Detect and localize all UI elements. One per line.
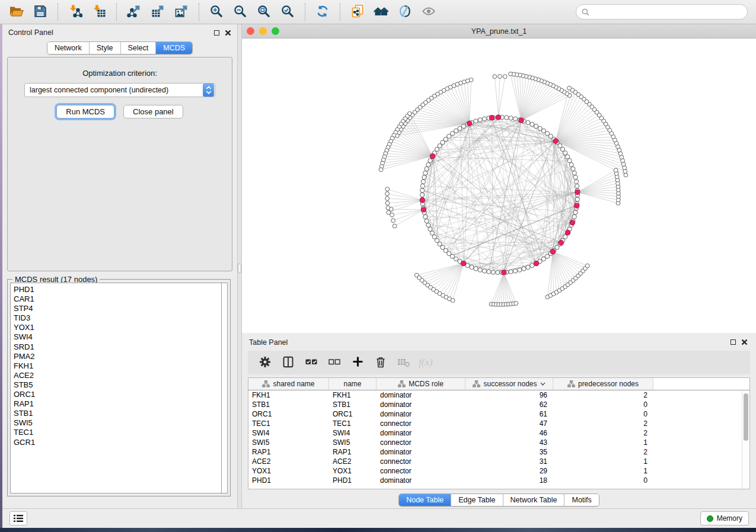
mcds-node-item[interactable]: GCR1 (14, 438, 221, 447)
table-cell[interactable]: PHD1 (329, 476, 377, 485)
table-row[interactable]: YOX1YOX1connector291 (248, 466, 749, 476)
toggle-graphics-details-button[interactable] (394, 2, 416, 21)
table-cell[interactable]: 0 (553, 409, 653, 419)
table-cell[interactable]: RAP1 (248, 447, 329, 457)
network-overview-button[interactable] (371, 2, 392, 21)
table-cell[interactable]: TEC1 (248, 419, 329, 428)
table-row[interactable]: SWI5SWI5connector431 (248, 438, 749, 447)
float-panel-icon[interactable] (214, 30, 219, 36)
column-header-predecessor-nodes[interactable]: predecessor nodes (553, 378, 653, 390)
table-cell[interactable]: 2 (553, 428, 653, 438)
table-row[interactable]: STB1STB1dominator620 (248, 400, 749, 409)
mcds-node-item[interactable]: PHD1 (14, 285, 221, 294)
table-cell[interactable]: FKH1 (248, 390, 329, 400)
float-table-panel-icon[interactable] (731, 339, 736, 345)
table-row[interactable]: ORC1ORC1dominator610 (248, 409, 749, 419)
close-panel-button[interactable]: Close panel (123, 105, 183, 118)
splitter-handle[interactable] (238, 264, 241, 273)
table-cell[interactable]: SWI4 (329, 428, 377, 438)
memory-button[interactable]: Memory (700, 511, 749, 525)
table-cell[interactable]: 96 (465, 390, 553, 400)
mcds-node-item[interactable]: PMA2 (14, 352, 221, 361)
mcds-node-item[interactable]: FKH1 (14, 361, 221, 371)
table-scrollbar-thumb[interactable] (744, 393, 748, 441)
mcds-node-item[interactable]: SWI4 (14, 332, 221, 342)
run-mcds-button[interactable]: Run MCDS (56, 105, 114, 118)
table-cell[interactable]: 62 (465, 400, 553, 409)
table-row[interactable]: FKH1FKH1dominator962 (248, 390, 749, 400)
show-columns-button[interactable] (279, 354, 297, 371)
mcds-node-item[interactable]: TID3 (14, 313, 221, 323)
mcds-node-item[interactable]: SRD1 (14, 342, 221, 352)
tab-select[interactable]: Select (121, 42, 157, 54)
window-close-button[interactable] (247, 27, 254, 35)
zoom-out-button[interactable] (229, 2, 251, 21)
table-cell[interactable]: 1 (553, 438, 653, 447)
table-row[interactable]: TEC1TEC1connector472 (248, 419, 749, 428)
export-network-button[interactable] (123, 2, 145, 21)
criterion-select[interactable]: largest connected component (undirected) (24, 83, 215, 97)
mcds-node-item[interactable]: ACE2 (14, 371, 221, 380)
network-graph[interactable] (242, 39, 756, 333)
table-cell[interactable]: 2 (553, 390, 653, 400)
show-hide-panels-button[interactable] (418, 2, 439, 21)
refresh-view-button[interactable] (312, 2, 333, 21)
vertical-splitter[interactable] (237, 24, 242, 508)
column-header-successor-nodes[interactable]: successor nodes (465, 378, 553, 390)
mcds-scrollbar[interactable] (221, 283, 228, 493)
table-cell[interactable]: FKH1 (329, 390, 377, 400)
table-row[interactable]: PHD1PHD1dominator180 (248, 476, 749, 485)
mcds-node-item[interactable]: RAP1 (14, 399, 221, 409)
table-cell[interactable]: dominator (377, 409, 465, 419)
window-minimize-button[interactable] (259, 27, 267, 35)
column-header-mcds-role[interactable]: MCDS role (377, 378, 465, 390)
mcds-node-item[interactable]: ORC1 (14, 390, 221, 399)
table-cell[interactable]: STB1 (248, 400, 329, 409)
network-view-canvas[interactable] (242, 39, 756, 333)
table-cell[interactable]: dominator (377, 476, 465, 485)
close-panel-icon[interactable] (225, 30, 231, 36)
add-row-button[interactable] (349, 354, 366, 371)
table-cell[interactable]: dominator (377, 400, 465, 409)
table-cell[interactable]: 18 (465, 476, 553, 485)
window-zoom-button[interactable] (272, 27, 279, 35)
deselect-all-checkboxes-button[interactable] (326, 354, 343, 371)
save-session-button[interactable] (30, 2, 51, 21)
table-cell[interactable]: connector (377, 457, 465, 466)
close-table-panel-icon[interactable] (741, 339, 748, 345)
table-cell[interactable]: connector (377, 419, 465, 428)
mcds-node-item[interactable]: STB1 (14, 409, 221, 418)
table-tab-node-table[interactable]: Node Table (399, 494, 451, 506)
table-cell[interactable]: 2 (553, 419, 653, 428)
table-cell[interactable]: YOX1 (248, 466, 329, 476)
search-input[interactable] (592, 8, 742, 16)
table-cell[interactable]: 61 (465, 409, 553, 419)
table-cell[interactable]: ORC1 (329, 409, 377, 419)
table-scrollbar[interactable] (742, 391, 749, 489)
table-tab-edge-table[interactable]: Edge Table (451, 494, 503, 506)
column-header-shared-name[interactable]: shared name (248, 378, 329, 390)
import-table-button[interactable] (88, 2, 110, 21)
zoom-in-button[interactable] (206, 2, 227, 21)
mcds-node-item[interactable]: STP4 (14, 304, 221, 313)
table-cell[interactable]: 1 (553, 457, 653, 466)
table-cell[interactable]: dominator (377, 428, 465, 438)
delete-row-button[interactable] (372, 354, 390, 371)
table-cell[interactable]: ACE2 (329, 457, 377, 466)
task-history-button[interactable] (9, 511, 27, 525)
table-cell[interactable]: 29 (465, 466, 553, 476)
table-cell[interactable]: 1 (553, 466, 653, 476)
table-cell[interactable]: RAP1 (329, 447, 377, 457)
export-image-button[interactable] (171, 2, 192, 21)
table-cell[interactable]: 2 (553, 447, 653, 457)
table-row[interactable]: ACE2ACE2connector311 (248, 457, 749, 466)
tab-style[interactable]: Style (90, 42, 121, 54)
search-box[interactable] (576, 4, 748, 20)
table-cell[interactable]: YOX1 (329, 466, 377, 476)
clone-network-button[interactable] (347, 2, 368, 21)
table-cell[interactable]: 46 (465, 428, 553, 438)
column-header-name[interactable]: name (329, 378, 377, 390)
node-table[interactable]: shared namenameMCDS rolesuccessor nodesp… (248, 377, 750, 489)
table-cell[interactable]: SWI4 (248, 428, 329, 438)
table-cell[interactable]: TEC1 (329, 419, 377, 428)
